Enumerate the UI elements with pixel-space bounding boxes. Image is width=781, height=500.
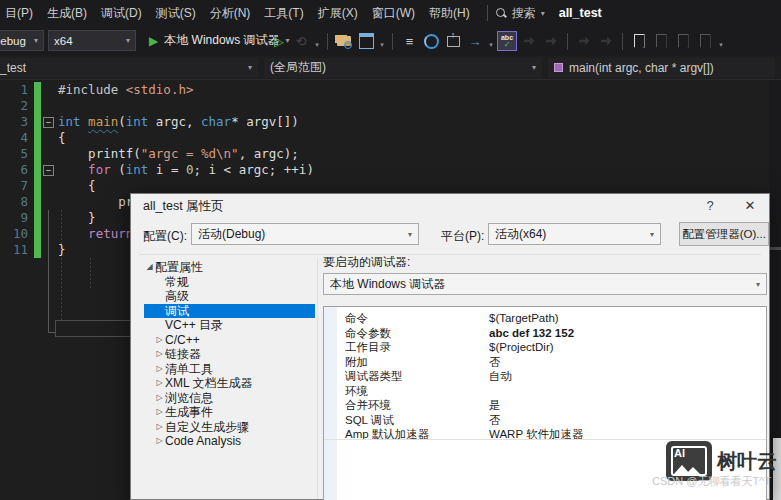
search-icon [496,8,507,19]
menu-item-2[interactable]: 调试(D) [96,5,147,22]
toolbar-overflow-icon[interactable]: ▾ [486,31,496,51]
tree-item-常规[interactable]: 常规 [144,275,315,290]
tree-item-自定义生成步骤[interactable]: ▷自定义生成步骤 [144,420,315,435]
mountain-icon [686,467,700,474]
tree-item-浏览信息[interactable]: ▷浏览信息 [144,391,315,406]
dialog-config-value: 活动(Debug) [198,226,265,243]
tree-item-VC++ 目录[interactable]: VC++ 目录 [144,318,315,333]
tree-item-XML 文档生成器[interactable]: ▷XML 文档生成器 [144,376,315,391]
expanded-triangle-icon[interactable]: ◢ [144,260,155,275]
fold-collapse-icon[interactable]: − [43,165,54,176]
toolbar-separator [622,33,623,50]
open-file-icon[interactable] [334,31,354,51]
collapsed-triangle-icon[interactable]: ▷ [154,405,165,420]
clear-bookmarks-icon [695,31,715,51]
menu-item-4[interactable]: 分析(N) [205,5,256,22]
collapsed-triangle-icon[interactable]: ▷ [154,434,165,449]
close-icon[interactable]: ✕ [739,196,761,216]
menu-item-8[interactable]: 帮助(H) [424,5,475,22]
code-token: i = [148,162,186,177]
help-button[interactable]: ? [699,196,721,216]
tree-item-Code Analysis[interactable]: ▷Code Analysis [144,434,315,449]
collapsed-triangle-icon[interactable]: ▷ [154,347,165,362]
solution-config-combo[interactable]: Debug ▾ [0,30,44,51]
window-title: all_test [559,6,602,20]
dialog-platform-combo[interactable]: 活动(x64) ▾ [488,223,661,245]
member-dropdown[interactable]: main(int argc, char * argv[]) [548,58,775,78]
property-value[interactable]: 是 [489,398,766,413]
collapsed-triangle-icon[interactable]: ▷ [154,420,165,435]
tree-item-调试[interactable]: 调试 [144,304,315,319]
install-package-icon[interactable] [443,31,463,51]
menu-item-3[interactable]: 测试(S) [151,5,201,22]
property-value[interactable]: $(TargetPath) [489,311,766,326]
run-without-debug-icon[interactable]: ▷ [269,31,289,51]
toggle-bookmark-icon[interactable] [629,31,649,51]
menu-item-5[interactable]: 工具(T) [259,5,308,22]
tree-item-清单工具[interactable]: ▷清单工具 [144,362,315,377]
platform-value: x64 [54,35,73,47]
property-row-调试器类型[interactable]: 调试器类型自动 [337,369,766,384]
code-token: ; i < argc; ++i) [194,162,314,177]
property-row-SQL 调试[interactable]: SQL 调试否 [337,413,766,428]
code-line-4[interactable]: 4{ [0,130,781,146]
search-control[interactable]: 搜索 ▾ [496,5,545,22]
property-row-工作目录[interactable]: 工作目录$(ProjectDir) [337,340,766,355]
property-value[interactable]: 否 [489,413,766,428]
property-row-合并环境[interactable]: 合并环境是 [337,398,766,413]
code-line-1[interactable]: 1#include <stdio.h> [0,82,781,98]
code-line-5[interactable]: 5 printf("argc = %d\n", argc); [0,146,781,162]
collapsed-triangle-icon[interactable]: ▷ [154,333,165,348]
code-token: return [88,226,133,241]
collapsed-triangle-icon[interactable]: ▷ [154,376,165,391]
property-value[interactable]: 否 [489,355,766,370]
document-outline-icon[interactable]: ≡ [399,31,419,51]
property-row-环境[interactable]: 环境 [337,384,766,399]
config-label: 配置(C): [143,228,187,245]
property-value[interactable]: $(ProjectDir) [489,340,766,355]
editor-right-margin [769,80,781,500]
code-token: ( [118,114,126,129]
tree-item-配置属性[interactable]: ◢配置属性 [144,260,315,275]
property-row-附加[interactable]: 附加否 [337,355,766,370]
dialog-titlebar[interactable]: all_test 属性页 [131,194,769,218]
export-icon[interactable]: → [465,31,485,51]
property-row-命令参数[interactable]: 命令参数abc def 132 152 [337,326,766,341]
tree-item-生成事件[interactable]: ▷生成事件 [144,405,315,420]
toolbar-overflow-icon[interactable]: ▾ [312,31,322,51]
file-dropdown[interactable]: all_test ▾ [0,58,258,78]
menu-item-0[interactable]: 目(P) [0,5,38,22]
code-line-7[interactable]: 7 { [0,178,781,194]
code-line-3[interactable]: 3−int main(int argc, char* argv[]) [0,114,781,130]
code-line-2[interactable]: 2 [0,98,781,114]
menu-item-6[interactable]: 扩展(X) [313,5,363,22]
tree-item-label: XML 文档生成器 [165,376,253,391]
fold-collapse-icon[interactable]: − [43,117,54,128]
collapsed-triangle-icon[interactable]: ▷ [154,391,165,406]
menu-item-1[interactable]: 生成(B) [42,5,92,22]
scope-dropdown-value: (全局范围) [270,59,326,76]
tree-item-高级[interactable]: 高级 [144,289,315,304]
config-manager-button[interactable]: 配置管理器(O)... [679,222,769,246]
performance-monitor-icon[interactable] [421,31,441,51]
property-value[interactable]: abc def 132 152 [489,326,766,341]
toolbar-overflow-icon[interactable]: ▾ [377,31,387,51]
save-all-icon[interactable] [356,31,376,51]
tree-item-链接器[interactable]: ▷链接器 [144,347,315,362]
dialog-config-combo[interactable]: 活动(Debug) ▾ [191,223,419,245]
property-row-命令[interactable]: 命令$(TargetPath) [337,311,766,326]
spell-check-icon[interactable]: abc✓ [497,31,517,51]
property-tree[interactable]: ◢配置属性常规高级调试VC++ 目录▷C/C++▷链接器▷清单工具▷XML 文档… [144,260,315,499]
debugger-combo[interactable]: 本地 Windows 调试器 ▾ [323,273,767,295]
property-value[interactable] [489,384,766,399]
tree-item-C/C++[interactable]: ▷C/C++ [144,333,315,348]
next-bookmark-icon [673,31,693,51]
collapsed-triangle-icon[interactable]: ▷ [154,362,165,377]
platform-combo[interactable]: x64 ▾ [48,30,136,51]
chevron-down-icon: ▾ [26,36,38,45]
code-line-6[interactable]: 6− for (int i = 0; i < argc; ++i) [0,162,781,178]
toolbar-overflow-icon[interactable]: ▾ [716,31,726,51]
property-value[interactable]: 自动 [489,369,766,384]
menu-item-7[interactable]: 窗口(W) [367,5,420,22]
scope-dropdown[interactable]: (全局范围) ▾ [264,58,542,78]
